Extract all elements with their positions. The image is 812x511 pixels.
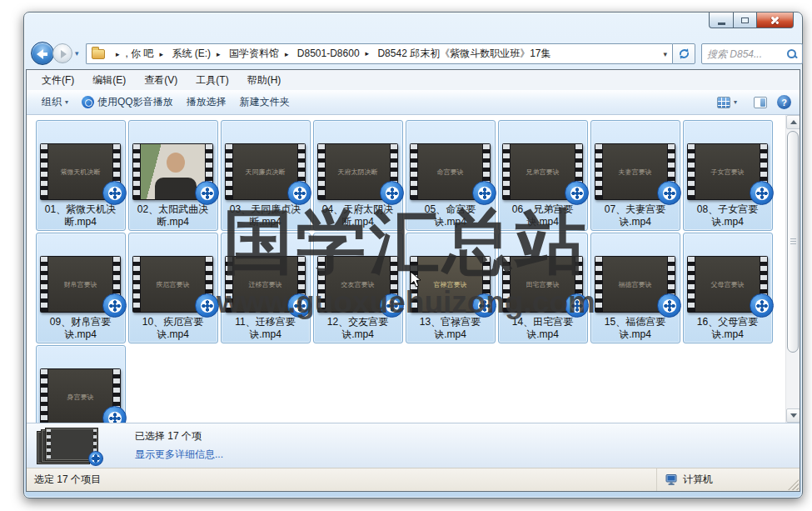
show-more-details-link[interactable]: 显示更多详细信息... xyxy=(135,448,223,462)
filmstrip-holes xyxy=(318,257,325,312)
film-reel-icon xyxy=(386,299,399,313)
file-tile[interactable]: 交友宫要诀 12、交友宫要诀.mp4 xyxy=(313,233,403,343)
preview-pane-button[interactable] xyxy=(754,97,767,108)
filmstrip-icon: 身宫要诀 xyxy=(40,368,121,423)
thumbnail-text: 命宫要诀 xyxy=(437,168,464,177)
chevron-down-icon: ▾ xyxy=(734,98,737,106)
file-tile[interactable]: 兄弟宫要诀 06、兄弟宫要诀.mp4 xyxy=(498,120,588,231)
search-input[interactable] xyxy=(707,48,786,60)
file-tile[interactable]: 天府太阴决断 04、天府太阴决断.mp4 xyxy=(313,120,403,231)
forward-button[interactable] xyxy=(52,43,72,63)
play-selection-label: 播放选择 xyxy=(187,95,227,109)
back-button[interactable] xyxy=(31,42,54,65)
minimize-button[interactable] xyxy=(709,13,734,28)
address-dropdown-icon[interactable]: ▾ xyxy=(658,50,667,58)
new-folder-label: 新建文件夹 xyxy=(240,95,290,109)
file-tile[interactable]: 天同廉贞决断 03、天同廉贞决断.mp4 xyxy=(221,120,311,231)
qq-player-badge-icon xyxy=(472,293,496,318)
new-folder-button[interactable]: 新建文件夹 xyxy=(233,92,296,113)
address-bar[interactable]: ▸ , 你 吧▸ 系统 (E:)▸ 国学资料馆▸ D8501-D8600▸ D8… xyxy=(86,43,672,64)
breadcrumb-label: 国学资料馆 xyxy=(229,47,279,61)
help-button[interactable]: ? xyxy=(777,95,791,109)
file-tile[interactable]: 迁移宫要诀 11、迁移宫要诀.mp4 xyxy=(221,233,311,343)
filmstrip-holes xyxy=(411,144,417,199)
filmstrip-icon: 财帛宫要诀 xyxy=(40,256,121,313)
file-tile[interactable]: 命宫要诀 05、命宫要诀.mp4 xyxy=(406,120,496,231)
scroll-up-button[interactable] xyxy=(786,115,800,129)
video-thumbnail: 紫微天机决断 xyxy=(37,123,125,200)
breadcrumb-item[interactable]: D8501-D8600▸ xyxy=(297,48,375,59)
minimize-icon xyxy=(718,23,725,25)
breadcrumb-item[interactable]: 系统 (E:)▸ xyxy=(172,47,226,61)
file-tile[interactable]: 紫微天机决断 01、紫微天机决断.mp4 xyxy=(36,120,126,231)
client-area: 文件(F) 编辑(E) 查看(V) 工具(T) 帮助(H) 组织 ▾ 使用QQ影… xyxy=(26,69,800,492)
play-with-qq-button[interactable]: 使用QQ影音播放 xyxy=(75,92,180,113)
file-tile[interactable]: 财帛宫要诀 09、财帛宫要诀.mp4 xyxy=(36,233,126,343)
breadcrumb-label: D8501-D8600 xyxy=(297,48,360,59)
filmstrip-holes xyxy=(41,257,47,312)
play-selection-button[interactable]: 播放选择 xyxy=(180,92,233,113)
menu-item[interactable]: 帮助(H) xyxy=(241,71,288,90)
views-icon xyxy=(717,97,730,108)
thumbnail-text: 夫妻宫要诀 xyxy=(619,168,652,177)
status-selection-text: 选定 17 个项目 xyxy=(27,473,101,487)
breadcrumb-label: , 你 吧 xyxy=(126,47,154,61)
close-button[interactable] xyxy=(757,13,794,28)
scrollbar-thumb[interactable] xyxy=(787,131,799,353)
video-thumbnail: 父母宫要诀 xyxy=(684,236,772,313)
computer-icon xyxy=(665,474,678,485)
file-tile[interactable]: 子女宫要诀 08、子女宫要诀.mp4 xyxy=(683,120,773,231)
search-icon[interactable] xyxy=(786,48,797,59)
filmstrip-icon: 紫微天机决断 xyxy=(40,143,121,200)
refresh-button[interactable] xyxy=(672,43,695,64)
file-name-label: 12、交友宫要诀.mp4 xyxy=(314,316,402,341)
thumbnail-text: 迁移宫要诀 xyxy=(249,280,282,289)
file-name-label: 03、天同廉贞决断.mp4 xyxy=(222,203,310,228)
recent-pages-dropdown[interactable]: ▾ xyxy=(75,49,79,58)
breadcrumb-label: D8542 邱末初《紫微斗数职业班》17集 xyxy=(377,47,550,61)
breadcrumb-item[interactable]: 国学资料馆▸ xyxy=(229,47,295,61)
film-reel-icon xyxy=(570,299,584,313)
qq-player-badge-icon xyxy=(287,293,311,318)
film-reel-icon xyxy=(755,187,769,200)
filmstrip-holes xyxy=(41,144,47,199)
menu-item[interactable]: 编辑(E) xyxy=(86,71,132,90)
film-reel-icon xyxy=(386,187,399,200)
qq-player-badge-icon xyxy=(380,181,404,205)
maximize-button[interactable] xyxy=(734,13,757,28)
filmstrip-icon: 疾厄宫要诀 xyxy=(132,256,213,313)
filmstrip-holes xyxy=(688,257,695,312)
qq-player-badge-icon xyxy=(565,293,589,318)
file-name-label: 01、紫微天机决断.mp4 xyxy=(37,203,125,228)
filmstrip-icon: 父母宫要诀 xyxy=(687,256,768,313)
scroll-down-button[interactable] xyxy=(786,408,800,423)
video-thumbnail: 官禄宫要诀 xyxy=(406,236,495,313)
menu-item[interactable]: 工具(T) xyxy=(189,71,235,90)
file-tile[interactable]: 身宫要诀 xyxy=(36,345,126,423)
breadcrumb-item[interactable]: , 你 吧▸ xyxy=(126,47,170,61)
menu-item[interactable]: 查看(V) xyxy=(137,71,184,90)
thumbnail-text: 父母宫要诀 xyxy=(711,280,745,289)
breadcrumb-label: 系统 (E:) xyxy=(172,47,211,61)
change-view-button[interactable]: ▾ xyxy=(710,93,744,112)
thumbnail-text: 紫微天机决断 xyxy=(61,168,101,177)
file-tile[interactable]: 福德宫要诀 15、福德宫要诀.mp4 xyxy=(590,233,680,343)
file-tile[interactable]: 田宅宫要诀 14、田宅宫要诀.mp4 xyxy=(498,233,588,343)
vertical-scrollbar[interactable] xyxy=(785,115,800,423)
file-tile[interactable]: 父母宫要诀 16、父母宫要诀.mp4 xyxy=(683,233,773,343)
file-tile[interactable]: 疾厄宫要诀 10、疾厄宫要诀.mp4 xyxy=(128,233,218,343)
file-tile[interactable]: 官禄宫要诀 13、官禄宫要诀.mp4 xyxy=(406,233,496,343)
status-bar: 选定 17 个项目 计算机 xyxy=(27,468,800,491)
filmstrip-holes xyxy=(133,144,140,199)
film-reel-icon xyxy=(92,454,100,463)
play-with-qq-label: 使用QQ影音播放 xyxy=(97,95,173,109)
search-box xyxy=(701,43,803,64)
organize-button[interactable]: 组织 ▾ xyxy=(35,92,75,113)
file-tile[interactable]: 夫妻宫要诀 07、夫妻宫要诀.mp4 xyxy=(590,120,680,231)
filmstrip-icon: 福德宫要诀 xyxy=(595,256,675,313)
menu-item[interactable]: 文件(F) xyxy=(35,71,81,90)
qq-player-badge-icon xyxy=(102,406,127,423)
video-thumbnail: 交友宫要诀 xyxy=(314,236,402,313)
file-tile[interactable]: 02、太阳武曲决断.mp4 xyxy=(128,120,218,231)
breadcrumb-item[interactable]: D8542 邱末初《紫微斗数职业班》17集▸ xyxy=(377,47,550,61)
